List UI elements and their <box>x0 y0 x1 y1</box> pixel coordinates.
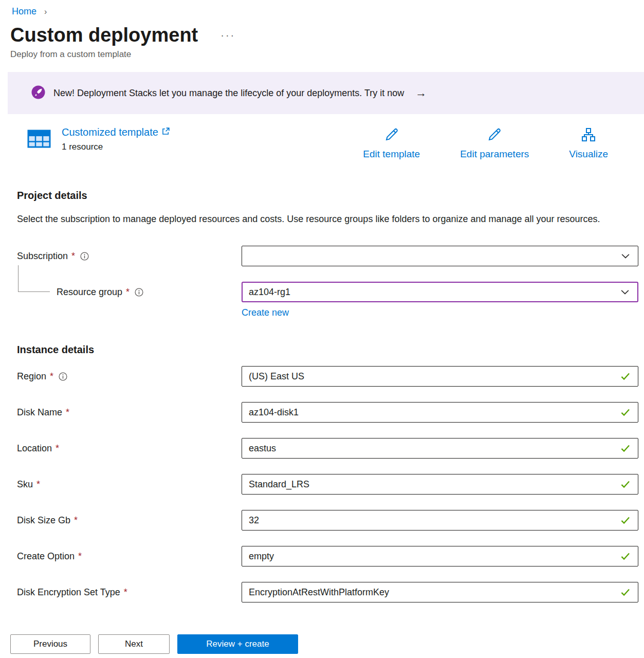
disk-name-input[interactable] <box>244 403 615 422</box>
template-meta: Customized template 1 resource <box>62 126 170 152</box>
edit-parameters-label: Edit parameters <box>460 149 529 160</box>
page-title: Custom deployment <box>10 24 198 46</box>
checkmark-icon <box>620 371 631 382</box>
disk-size-gb-input[interactable] <box>244 510 615 530</box>
required-marker: * <box>74 515 78 526</box>
pencil-icon <box>486 126 503 145</box>
checkmark-icon <box>620 551 631 562</box>
sku-input[interactable] <box>244 474 615 494</box>
project-details-description: Select the subscription to manage deploy… <box>17 212 608 226</box>
resource-group-label: Resource group <box>57 287 122 298</box>
region-field <box>242 366 638 387</box>
sku-field <box>242 474 638 495</box>
sku-row: Sku * <box>17 474 638 495</box>
region-input[interactable] <box>244 367 615 386</box>
disk-size-label-area: Disk Size Gb * <box>17 515 242 526</box>
disk-name-label-area: Disk Name * <box>17 407 242 418</box>
hierarchy-connector-line <box>18 265 50 292</box>
checkmark-icon <box>620 407 631 418</box>
external-link-icon <box>161 126 170 138</box>
section-heading-instance-details: Instance details <box>17 344 638 356</box>
resource-group-control: az104-rg1 Create new <box>242 282 638 318</box>
next-button[interactable]: Next <box>98 634 170 654</box>
create-new-link[interactable]: Create new <box>242 307 289 318</box>
visualize-button[interactable]: Visualize <box>569 126 608 160</box>
customized-template-link[interactable]: Customized template <box>62 126 170 138</box>
required-marker: * <box>78 551 82 562</box>
resource-count: 1 resource <box>62 142 170 152</box>
template-name: Customized template <box>62 126 158 138</box>
checkmark-icon <box>620 443 631 454</box>
section-heading-project-details: Project details <box>17 190 638 202</box>
required-marker: * <box>36 479 40 490</box>
breadcrumb-home-link[interactable]: Home <box>12 6 36 16</box>
required-marker: * <box>71 251 75 262</box>
disk-size-label: Disk Size Gb <box>17 515 70 526</box>
footer-bar: Previous Next Review + create <box>0 619 644 658</box>
disk-size-row: Disk Size Gb * <box>17 510 638 531</box>
visualize-label: Visualize <box>569 149 608 160</box>
subscription-label: Subscription <box>17 251 68 262</box>
edit-template-button[interactable]: Edit template <box>363 126 420 160</box>
deployment-form: Project details Select the subscription … <box>0 190 644 602</box>
disk-size-field <box>242 510 638 531</box>
review-create-button[interactable]: Review + create <box>177 634 298 654</box>
required-marker: * <box>124 587 127 598</box>
location-label-area: Location * <box>17 443 242 454</box>
subscription-control <box>242 246 638 266</box>
disk-encryption-control <box>242 582 638 602</box>
resource-group-row: Resource group * az104-rg1 <box>17 282 638 318</box>
sku-label-area: Sku * <box>17 479 242 490</box>
region-label-area: Region * <box>17 371 242 382</box>
create-option-label: Create Option <box>17 551 75 562</box>
previous-button[interactable]: Previous <box>10 634 90 654</box>
disk-name-label: Disk Name <box>17 407 62 418</box>
checkmark-icon <box>620 515 631 526</box>
disk-size-control <box>242 510 638 531</box>
info-icon[interactable] <box>59 372 67 381</box>
chevron-down-icon <box>620 251 631 261</box>
required-marker: * <box>56 443 59 454</box>
create-option-field <box>242 546 638 566</box>
disk-name-control <box>242 402 638 423</box>
info-icon[interactable] <box>135 288 143 297</box>
sku-control <box>242 474 638 495</box>
disk-name-row: Disk Name * <box>17 402 638 423</box>
info-icon[interactable] <box>80 252 89 261</box>
edit-parameters-button[interactable]: Edit parameters <box>460 126 529 160</box>
create-option-label-area: Create Option * <box>17 551 242 562</box>
disk-name-field <box>242 402 638 423</box>
subscription-label-area: Subscription * <box>17 251 242 262</box>
resource-group-label-area: Resource group * <box>17 282 242 302</box>
more-options-button[interactable]: ··· <box>218 27 237 43</box>
page-subtitle: Deploy from a custom template <box>0 49 644 60</box>
arrow-right-icon[interactable]: → <box>415 86 427 100</box>
disk-encryption-field <box>242 582 638 602</box>
region-row: Region * <box>17 366 638 387</box>
resource-group-dropdown[interactable]: az104-rg1 <box>242 282 638 302</box>
region-control <box>242 366 638 387</box>
template-actions: Edit template Edit parameters <box>363 126 608 160</box>
create-option-row: Create Option * <box>17 546 638 566</box>
resource-group-value: az104-rg1 <box>249 287 290 298</box>
chevron-down-icon <box>620 287 630 297</box>
disk-encryption-set-type-input[interactable] <box>244 582 615 602</box>
title-row: Custom deployment ··· <box>0 24 644 46</box>
checkmark-icon <box>620 479 631 490</box>
edit-template-label: Edit template <box>363 149 420 160</box>
rocket-icon <box>31 85 45 101</box>
deployment-stacks-banner[interactable]: New! Deployment Stacks let you manage th… <box>8 72 644 114</box>
region-label: Region <box>17 371 46 382</box>
create-option-input[interactable] <box>244 546 615 566</box>
required-marker: * <box>50 371 53 382</box>
pencil-icon <box>383 126 400 145</box>
subscription-dropdown[interactable] <box>242 246 638 266</box>
location-input[interactable] <box>244 438 615 458</box>
sku-label: Sku <box>17 479 33 490</box>
template-summary-row: Customized template 1 resource <box>0 126 644 160</box>
disk-encryption-set-type-label: Disk Encryption Set Type <box>17 587 120 598</box>
custom-deployment-page: Home › Custom deployment ··· Deploy from… <box>0 0 644 658</box>
checkmark-icon <box>620 587 631 598</box>
breadcrumb: Home › <box>0 0 644 17</box>
disk-encryption-label-area: Disk Encryption Set Type * <box>17 587 242 598</box>
